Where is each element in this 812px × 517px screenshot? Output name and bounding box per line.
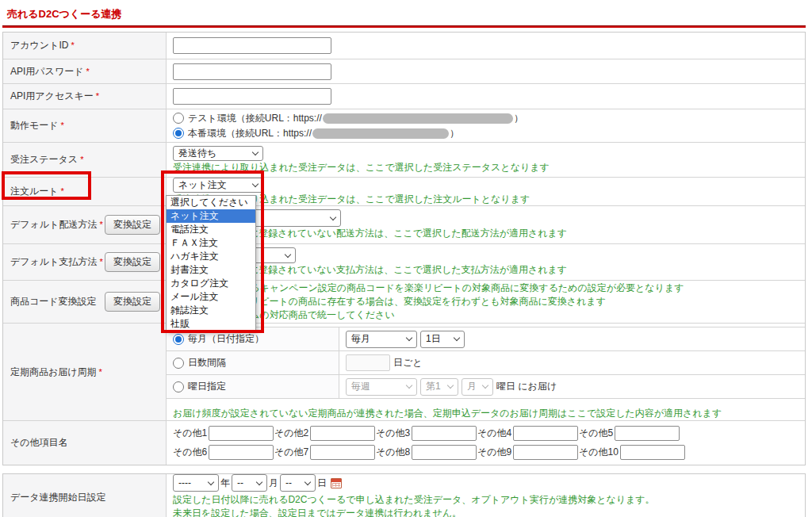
dropdown-option[interactable]: 封書注文 <box>167 263 255 277</box>
api-password-input[interactable] <box>173 63 331 80</box>
cycle-weekday-row: 曜日指定 毎週 第1 月 曜日 にお届け <box>167 375 805 399</box>
other-fields-label: その他項目名 <box>10 436 68 450</box>
payment-convert-settings-button[interactable]: 変換設定 <box>105 252 160 272</box>
prod-env-option[interactable]: 本番環境（接続URL：https:// ） <box>173 126 799 141</box>
other2-label: その他2 <box>274 427 308 440</box>
start-day-select[interactable]: -- <box>280 474 316 492</box>
other-fields-line-1: その他1 その他2 その他3 その他4 その他5 <box>173 425 799 442</box>
cycle-weekday-radio[interactable] <box>173 381 184 393</box>
cycle-freq-select[interactable]: 毎週 <box>346 378 417 396</box>
other1-input[interactable] <box>209 426 274 441</box>
row-api-password: API用パスワード* <box>3 59 805 84</box>
row-start-date: データ連携開始日設定 ---- 年 -- 月 -- 日 設定した日付以降に売れる… <box>3 474 805 517</box>
order-status-note: 受注連携により取り込まれた受注データは、ここで選択した受注ステータスとなります <box>173 161 799 174</box>
dropdown-option[interactable]: 社販 <box>167 317 255 331</box>
dropdown-option[interactable]: メール注文 <box>167 290 255 304</box>
test-env-radio[interactable] <box>173 113 184 124</box>
required-mark: * <box>99 367 102 377</box>
other9-input[interactable] <box>513 445 578 460</box>
other9-label: その他9 <box>477 446 511 459</box>
cycle-monthly-label: 毎月（日付指定） <box>188 332 264 346</box>
chevron-down-icon <box>406 382 412 389</box>
start-month-select[interactable]: -- <box>232 474 267 492</box>
other3-label: その他3 <box>376 427 410 440</box>
row-operation-mode: 動作モード* テスト環境（接続URL：https:// ） 本番環境（接続URL… <box>3 109 805 143</box>
other6-input[interactable] <box>209 445 274 460</box>
row-default-shipping: デフォルト配送方法* 変換設定 配送方法変換設定に登録されていない配送方法は、こ… <box>3 206 805 244</box>
api-access-key-label: API用アクセスキー <box>10 90 94 101</box>
other8-input[interactable] <box>412 445 477 460</box>
page-title: 売れるD2Cつくーる連携 <box>0 0 812 21</box>
chevron-down-icon <box>406 335 412 341</box>
prod-env-radio[interactable] <box>173 128 184 139</box>
order-status-select[interactable]: 発送待ち <box>173 146 263 161</box>
default-shipping-label: デフォルト配送方法 <box>10 219 97 230</box>
required-mark: * <box>80 155 83 164</box>
cycle-interval-suffix: 日ごと <box>393 356 423 370</box>
other10-label: その他10 <box>579 446 619 459</box>
cycle-month-select[interactable]: 毎月 <box>346 331 417 348</box>
chevron-down-icon <box>447 382 454 389</box>
dropdown-option[interactable]: 電話注文 <box>167 223 255 236</box>
delivery-cycle-table: 毎月（日付指定） 毎月 1日 日数間隔 <box>167 327 805 399</box>
other6-label: その他6 <box>173 446 207 459</box>
account-id-label: アカウントID <box>10 40 68 51</box>
cycle-day-select[interactable]: 1日 <box>420 331 465 348</box>
other5-label: その他5 <box>579 427 613 440</box>
other-fields-line-2: その他6 その他7 その他8 その他9 その他10 <box>173 444 799 461</box>
account-id-input[interactable] <box>173 37 331 54</box>
other3-input[interactable] <box>412 426 477 441</box>
test-env-option[interactable]: テスト環境（接続URL：https:// ） <box>173 111 799 126</box>
dropdown-option[interactable]: カタログ注文 <box>167 277 255 290</box>
delivery-cycle-note: お届け頻度が設定されていない定期商品が連携された場合、定期申込データのお届け周期… <box>167 399 805 420</box>
api-access-key-input[interactable] <box>173 88 331 105</box>
chevron-down-icon <box>208 478 214 484</box>
shipping-convert-settings-button[interactable]: 変換設定 <box>105 215 160 235</box>
order-route-select[interactable]: ネット注文 <box>173 178 263 193</box>
dropdown-option[interactable]: ハガキ注文 <box>167 250 255 263</box>
required-mark: * <box>86 67 89 76</box>
calendar-icon[interactable] <box>331 478 342 488</box>
cycle-weekday-label: 曜日指定 <box>188 380 226 393</box>
operation-mode-label: 動作モード <box>10 120 59 131</box>
chevron-down-icon <box>252 180 259 186</box>
order-status-label: 受注ステータス <box>10 154 78 165</box>
paren-close: ） <box>450 126 459 141</box>
paren-close: ） <box>514 111 523 126</box>
cycle-monthly-radio[interactable] <box>173 334 184 345</box>
other1-label: その他1 <box>173 427 207 440</box>
product-code-note-1: 売れるD2Cつくーるキャンペーン設定の商品コードを楽楽リピートの対象商品に変換す… <box>173 281 799 295</box>
chevron-down-icon <box>330 213 336 220</box>
start-year-select[interactable]: ---- <box>173 474 219 492</box>
required-mark: * <box>61 186 64 196</box>
default-payment-note: 支払方法変換設定に登録されていない支払方法は、ここで選択した支払方法が適用されま… <box>173 263 799 277</box>
other5-input[interactable] <box>615 426 680 441</box>
dropdown-option[interactable]: 選択してください <box>167 196 255 209</box>
default-payment-label: デフォルト支払方法 <box>10 256 97 267</box>
order-route-note: 受注連携により取り込まれた受注データは、ここで選択した注文ルートとなります <box>173 193 799 206</box>
chevron-down-icon <box>285 251 291 257</box>
other4-input[interactable] <box>513 426 578 441</box>
chevron-down-icon <box>482 382 488 389</box>
default-shipping-note: 配送方法変換設定に登録されていない配送方法は、ここで選択した配送方法が適用されま… <box>173 227 799 240</box>
cycle-dow-select[interactable]: 月 <box>462 378 493 396</box>
cycle-nth-select[interactable]: 第1 <box>420 378 458 396</box>
dropdown-option[interactable]: 雑誌注文 <box>167 304 255 317</box>
required-mark: * <box>61 121 64 130</box>
row-order-route: 注文ルート* ネット注文 受注連携により取り込まれた受注データは、ここで選択した… <box>3 178 805 206</box>
start-date-table: データ連携開始日設定 ---- 年 -- 月 -- 日 設定した日付以降に売れる… <box>2 473 806 517</box>
dropdown-option[interactable]: ＦＡＸ注文 <box>167 236 255 250</box>
product-code-note-3: 税区分は両システムの対応商品で統一してください <box>173 308 799 322</box>
delivery-cycle-label: 定期商品お届け周期 <box>10 366 97 377</box>
start-date-note-1: 設定した日付以降に売れるD2Cつくーるで申し込まれた受注データ、オプトアウト実行… <box>173 493 799 507</box>
other2-input[interactable] <box>310 426 375 441</box>
cycle-interval-input[interactable] <box>346 354 390 371</box>
other10-input[interactable] <box>620 445 685 460</box>
cycle-interval-radio[interactable] <box>173 358 184 369</box>
other7-input[interactable] <box>310 445 375 460</box>
cycle-interval-row: 日数間隔 日ごと <box>167 351 805 375</box>
cycle-monthly-row: 毎月（日付指定） 毎月 1日 <box>167 327 805 351</box>
product-code-convert-settings-button[interactable]: 変換設定 <box>105 292 160 312</box>
required-mark: * <box>71 40 74 50</box>
dropdown-option-selected[interactable]: ネット注文 <box>167 209 255 223</box>
